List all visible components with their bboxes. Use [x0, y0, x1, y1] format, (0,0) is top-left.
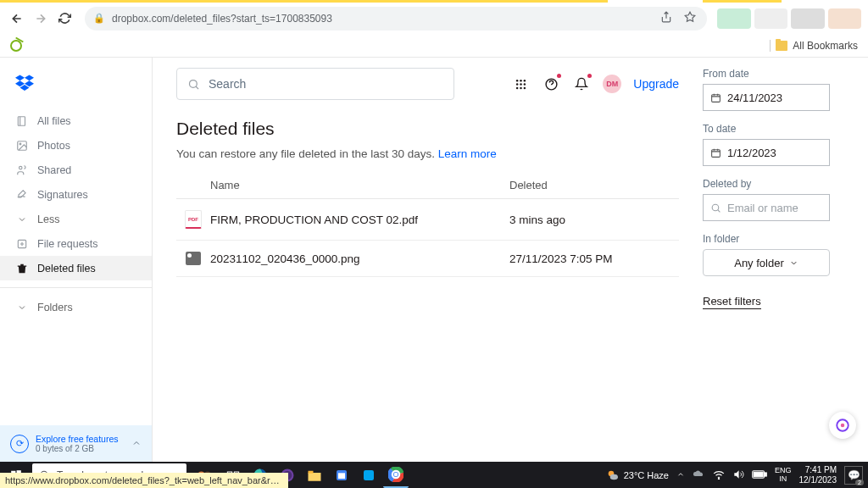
sidebar-item-all-files[interactable]: All files [0, 108, 152, 133]
tray-wifi-icon[interactable] [713, 469, 725, 481]
svg-point-48 [718, 478, 719, 479]
all-bookmarks-button[interactable]: All Bookmarks [770, 40, 858, 52]
sidebar-label: Folders [37, 302, 73, 313]
sidebar-label: Shared [37, 164, 71, 176]
svg-point-4 [19, 166, 22, 169]
share-icon[interactable] [658, 11, 675, 25]
file-deleted-time: 3 mins ago [509, 214, 679, 226]
apps-grid-icon[interactable] [511, 75, 530, 93]
sidebar-folders-toggle[interactable]: Folders [0, 295, 152, 319]
url-bar[interactable]: 🔒 dropbox.com/deleted_files?start_ts=170… [85, 7, 707, 30]
page-subtitle: You can restore any file deleted in the … [176, 147, 679, 160]
from-date-input[interactable]: 24/11/2023 [703, 84, 830, 111]
explore-features-banner[interactable]: ⟳ Explore free features 0 bytes of 2 GB [0, 425, 152, 462]
search-input[interactable]: Search [176, 68, 454, 100]
sidebar-label: Less [37, 214, 59, 225]
svg-rect-50 [765, 472, 766, 475]
browser-forward-button[interactable] [31, 8, 51, 29]
taskbar-app-icon[interactable] [356, 463, 381, 488]
sidebar-item-photos[interactable]: Photos [0, 133, 152, 158]
calendar-icon [710, 92, 721, 103]
dropbox-logo[interactable] [0, 68, 152, 108]
svg-point-15 [523, 86, 526, 89]
file-deleted-time: 27/11/2023 7:05 PM [509, 252, 679, 265]
learn-more-link[interactable]: Learn more [438, 147, 497, 160]
svg-point-14 [520, 86, 522, 89]
svg-point-45 [394, 472, 398, 476]
column-deleted-header[interactable]: Deleted [509, 179, 679, 191]
file-name: FIRM, PRODUCTION AND COST 02.pdf [210, 214, 509, 226]
table-row[interactable]: 20231102_020436_0000.png 27/11/2023 7:05… [176, 241, 679, 277]
sidebar-item-signatures[interactable]: Signatures [0, 182, 152, 207]
to-date-value: 1/12/2023 [727, 147, 776, 159]
folder-icon [776, 41, 787, 51]
taskbar-chrome-icon[interactable] [383, 463, 409, 488]
status-bar-link: https://www.dropbox.com/deleted_files?_t… [0, 473, 288, 488]
sidebar-item-less[interactable]: Less [0, 207, 152, 231]
files-icon [15, 114, 28, 127]
image-file-icon [186, 252, 201, 265]
reset-filters-link[interactable]: Reset filters [703, 295, 761, 309]
svg-rect-18 [712, 149, 721, 157]
svg-point-13 [516, 86, 519, 89]
from-date-value: 24/11/2023 [727, 92, 782, 104]
svg-rect-51 [754, 472, 763, 477]
pdf-file-icon: PDF [185, 210, 202, 229]
to-date-input[interactable]: 1/12/2023 [703, 139, 830, 166]
taskbar-language[interactable]: ENGIN [775, 467, 792, 484]
taskbar-explorer-icon[interactable] [302, 463, 327, 488]
deleted-by-input[interactable]: Email or name [703, 194, 830, 221]
svg-point-9 [523, 79, 526, 81]
folder-select[interactable]: Any folder [703, 249, 830, 276]
extension-icon[interactable] [10, 40, 22, 52]
chevron-down-icon [15, 213, 28, 225]
search-placeholder: Search [209, 77, 246, 91]
sidebar-item-shared[interactable]: Shared [0, 158, 152, 182]
notifications-icon[interactable] [572, 75, 591, 93]
svg-rect-38 [338, 473, 345, 479]
progress-circle-icon: ⟳ [10, 435, 29, 453]
user-avatar[interactable]: DM [603, 75, 621, 93]
sidebar-label: All files [37, 115, 71, 127]
sidebar-item-deleted-files[interactable]: Deleted files [0, 256, 152, 280]
taskbar-weather[interactable]: 23°C Haze [606, 469, 669, 482]
tray-chevron-icon[interactable] [676, 470, 685, 480]
browser-reload-button[interactable] [54, 8, 75, 29]
bookmark-star-icon[interactable] [682, 11, 698, 25]
sidebar-item-file-requests[interactable]: File requests [0, 231, 152, 256]
signatures-icon [15, 188, 28, 201]
sidebar-label: File requests [37, 238, 98, 250]
browser-back-button[interactable] [7, 8, 27, 29]
help-icon[interactable] [542, 75, 560, 93]
table-row[interactable]: PDF FIRM, PRODUCTION AND COST 02.pdf 3 m… [176, 199, 679, 241]
trash-icon [15, 262, 28, 274]
shared-icon [15, 164, 28, 176]
help-floating-button[interactable] [829, 412, 856, 439]
svg-point-19 [712, 204, 719, 211]
taskbar-clock[interactable]: 7:41 PM12/1/2023 [799, 465, 837, 485]
to-date-label: To date [703, 123, 849, 135]
lock-icon: 🔒 [93, 13, 105, 24]
tray-battery-icon[interactable] [752, 470, 767, 480]
taskbar-notifications[interactable]: 💬2 [844, 466, 863, 485]
calendar-icon [710, 147, 721, 158]
svg-rect-35 [309, 473, 321, 481]
svg-point-11 [520, 83, 522, 86]
all-bookmarks-label: All Bookmarks [793, 40, 858, 52]
search-icon [710, 202, 721, 214]
sidebar-label: Signatures [37, 189, 88, 201]
sidebar-label: Photos [37, 140, 70, 152]
svg-point-47 [609, 474, 617, 480]
svg-marker-0 [685, 12, 695, 21]
photos-icon [15, 139, 28, 152]
tray-volume-icon[interactable] [732, 469, 744, 482]
file-name: 20231102_020436_0000.png [210, 252, 509, 265]
tray-onedrive-icon[interactable] [693, 469, 705, 480]
svg-rect-1 [18, 116, 25, 125]
deleted-by-placeholder: Email or name [727, 202, 798, 214]
column-name-header[interactable]: Name [176, 179, 509, 191]
svg-point-21 [841, 424, 845, 428]
taskbar-app-icon[interactable] [329, 463, 354, 488]
svg-rect-17 [712, 94, 721, 102]
upgrade-link[interactable]: Upgrade [633, 77, 679, 91]
